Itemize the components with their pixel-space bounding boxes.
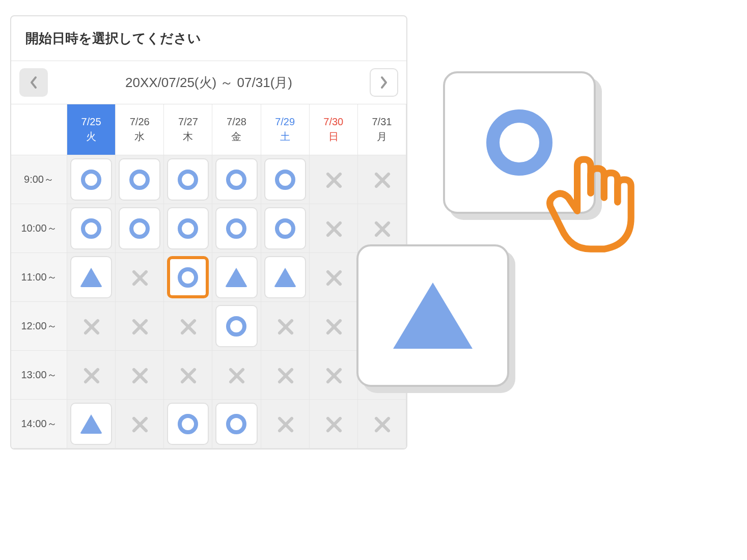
unavailable-x-icon bbox=[276, 367, 294, 384]
slot-tile[interactable] bbox=[215, 403, 257, 445]
slot-tile[interactable] bbox=[119, 158, 160, 201]
date-nav: 20XX/07/25(火) ～ 07/31(月) bbox=[11, 61, 406, 104]
unavailable-x-icon bbox=[325, 220, 342, 237]
slot-tile[interactable] bbox=[70, 256, 112, 298]
time-label: 9:00～ bbox=[11, 155, 67, 204]
header-day: 水 bbox=[134, 130, 145, 144]
slot-tile[interactable] bbox=[167, 158, 209, 201]
date-range-label: 20XX/07/25(火) ～ 07/31(月) bbox=[55, 74, 363, 92]
slot-available[interactable] bbox=[116, 155, 164, 204]
slot-available[interactable] bbox=[164, 400, 212, 449]
header-date: 7/26 bbox=[130, 116, 150, 128]
time-label: 13:00～ bbox=[11, 351, 67, 400]
unavailable-x-icon bbox=[325, 318, 342, 335]
unavailable-x-icon bbox=[131, 367, 148, 384]
time-label: 12:00～ bbox=[11, 302, 67, 351]
slot-unavailable bbox=[310, 351, 358, 400]
header-day: 火 bbox=[86, 130, 96, 144]
slot-unavailable bbox=[67, 302, 116, 351]
unavailable-x-icon bbox=[276, 415, 294, 433]
unavailable-x-icon bbox=[131, 318, 148, 335]
header-day: 土 bbox=[280, 130, 290, 144]
slot-unavailable bbox=[116, 253, 164, 302]
available-circle-icon bbox=[129, 170, 150, 190]
time-label: 11:00～ bbox=[11, 253, 67, 302]
unavailable-x-icon bbox=[325, 171, 342, 188]
slot-unavailable bbox=[310, 155, 358, 204]
available-circle-icon bbox=[178, 267, 198, 288]
slot-unavailable bbox=[116, 351, 164, 400]
unavailable-x-icon bbox=[228, 367, 245, 384]
day-header[interactable]: 7/27木 bbox=[164, 104, 212, 155]
available-circle-icon bbox=[81, 170, 101, 190]
slot-available[interactable] bbox=[67, 400, 116, 449]
day-header[interactable]: 7/28金 bbox=[212, 104, 261, 155]
day-header[interactable]: 7/26水 bbox=[116, 104, 164, 155]
header-date: 7/31 bbox=[372, 116, 392, 128]
prev-week-button[interactable] bbox=[19, 68, 48, 97]
unavailable-x-icon bbox=[131, 269, 148, 286]
slot-available[interactable] bbox=[67, 253, 116, 302]
available-circle-icon bbox=[129, 218, 150, 239]
slot-tile[interactable] bbox=[264, 158, 306, 201]
slot-tile[interactable] bbox=[264, 256, 306, 298]
slot-tile[interactable] bbox=[70, 403, 112, 445]
next-week-button[interactable] bbox=[370, 68, 398, 97]
day-header[interactable]: 7/25火 bbox=[67, 104, 116, 155]
header-date: 7/27 bbox=[178, 116, 198, 128]
unavailable-x-icon bbox=[373, 415, 391, 433]
slot-tile[interactable] bbox=[119, 207, 160, 249]
unavailable-x-icon bbox=[325, 269, 342, 286]
header-date: 7/28 bbox=[227, 116, 246, 128]
limited-triangle-icon bbox=[393, 283, 473, 349]
slot-available[interactable] bbox=[261, 155, 310, 204]
time-label: 14:00～ bbox=[11, 400, 67, 449]
header-day: 金 bbox=[231, 130, 241, 144]
slot-available[interactable] bbox=[116, 204, 164, 253]
slot-tile[interactable] bbox=[215, 305, 257, 347]
slot-unavailable bbox=[358, 400, 406, 449]
availability-grid: 7/25火7/26水7/27木7/28金7/29土7/30日7/31月9:00～… bbox=[11, 104, 406, 449]
slot-unavailable bbox=[261, 400, 310, 449]
calendar-panel: 開始日時を選択してください 20XX/07/25(火) ～ 07/31(月) 7… bbox=[10, 15, 407, 450]
chevron-left-icon bbox=[29, 75, 39, 90]
slot-unavailable bbox=[310, 302, 358, 351]
day-header[interactable]: 7/31月 bbox=[358, 104, 406, 155]
slot-available[interactable] bbox=[212, 253, 261, 302]
slot-available[interactable] bbox=[67, 204, 116, 253]
slot-tile[interactable] bbox=[215, 256, 257, 298]
day-header[interactable]: 7/29土 bbox=[261, 104, 310, 155]
slot-available[interactable] bbox=[212, 302, 261, 351]
slot-available[interactable] bbox=[212, 204, 261, 253]
slot-available[interactable] bbox=[164, 204, 212, 253]
available-circle-icon bbox=[178, 170, 198, 190]
slot-tile[interactable] bbox=[264, 207, 306, 249]
slot-available[interactable] bbox=[212, 400, 261, 449]
slot-available[interactable] bbox=[212, 155, 261, 204]
slot-tile[interactable] bbox=[167, 207, 209, 249]
slot-tile[interactable] bbox=[167, 256, 209, 298]
slot-tile[interactable] bbox=[167, 403, 209, 445]
slot-available[interactable] bbox=[164, 253, 212, 302]
slot-tile[interactable] bbox=[215, 158, 257, 201]
slot-available[interactable] bbox=[164, 155, 212, 204]
slot-unavailable bbox=[310, 253, 358, 302]
slot-tile[interactable] bbox=[215, 207, 257, 249]
limited-triangle-icon bbox=[80, 414, 102, 434]
limited-triangle-icon bbox=[225, 268, 247, 287]
tap-hand-icon bbox=[535, 153, 647, 265]
slot-tile[interactable] bbox=[70, 158, 112, 201]
limited-triangle-icon bbox=[80, 268, 102, 287]
slot-available[interactable] bbox=[261, 253, 310, 302]
available-circle-icon bbox=[275, 170, 295, 190]
unavailable-x-icon bbox=[373, 171, 391, 188]
day-header[interactable]: 7/30日 bbox=[310, 104, 358, 155]
unavailable-x-icon bbox=[82, 318, 100, 335]
header-date: 7/30 bbox=[323, 116, 343, 128]
slot-available[interactable] bbox=[67, 155, 116, 204]
header-day: 日 bbox=[328, 130, 339, 144]
slot-available[interactable] bbox=[261, 204, 310, 253]
slot-tile[interactable] bbox=[70, 207, 112, 249]
header-day: 月 bbox=[377, 130, 387, 144]
unavailable-x-icon bbox=[325, 415, 342, 433]
